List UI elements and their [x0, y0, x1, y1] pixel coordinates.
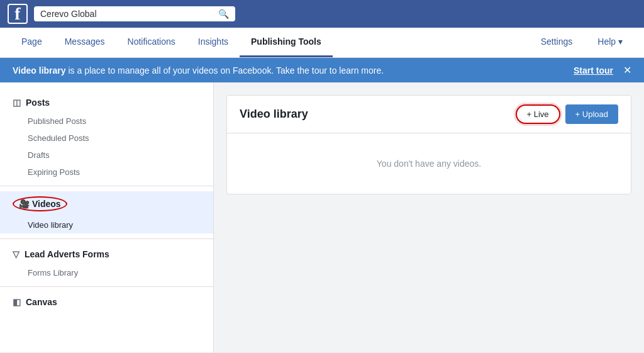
- start-tour-link[interactable]: Start tour: [574, 65, 613, 76]
- nav-messages[interactable]: Messages: [53, 28, 116, 57]
- sidebar: ◫ Posts Published Posts Scheduled Posts …: [0, 82, 214, 352]
- topbar: f 🔍: [0, 0, 644, 28]
- live-button[interactable]: + Live: [516, 104, 560, 124]
- navbar-right: Settings Help ▾: [530, 28, 634, 57]
- nav-settings[interactable]: Settings: [530, 36, 584, 48]
- sidebar-divider-2: [0, 238, 213, 239]
- sidebar-item-drafts[interactable]: Drafts: [0, 147, 213, 164]
- banner-text: Video library is a place to manage all o…: [13, 65, 384, 76]
- sidebar-section-videos-header[interactable]: 🎥 Videos: [0, 191, 213, 216]
- sidebar-section-posts: ◫ Posts Published Posts Scheduled Posts …: [0, 92, 213, 181]
- content-area: Video library + Live + Upload You don't …: [214, 82, 644, 352]
- sidebar-section-posts-header[interactable]: ◫ Posts: [0, 92, 213, 113]
- sidebar-item-scheduled-posts[interactable]: Scheduled Posts: [0, 130, 213, 147]
- posts-icon: ◫: [13, 98, 21, 108]
- sidebar-divider-1: [0, 186, 213, 186]
- nav-publishing-tools[interactable]: Publishing Tools: [240, 28, 333, 57]
- header-actions: + Live + Upload: [516, 104, 618, 124]
- videos-circle-highlight: 🎥 Videos: [13, 196, 67, 211]
- nav-insights[interactable]: Insights: [187, 28, 240, 57]
- info-banner: Video library is a place to manage all o…: [0, 58, 644, 82]
- upload-button[interactable]: + Upload: [565, 104, 618, 124]
- banner-body: is a place to manage all of your videos …: [66, 65, 384, 76]
- content-title: Video library: [240, 108, 308, 121]
- empty-state: You don't have any videos.: [227, 133, 631, 194]
- nav-help[interactable]: Help ▾: [586, 36, 634, 48]
- sidebar-section-canvas: ◧ Canvas: [0, 292, 213, 312]
- sidebar-lead-adverts-label: Lead Adverts Forms: [25, 249, 109, 259]
- nav-page[interactable]: Page: [10, 28, 53, 57]
- sidebar-item-video-library[interactable]: Video library: [0, 216, 213, 233]
- lead-adverts-icon: ▽: [13, 249, 19, 259]
- content-header: Video library + Live + Upload: [227, 96, 631, 133]
- navbar: Page Messages Notifications Insights Pub…: [0, 28, 644, 58]
- search-input[interactable]: [40, 9, 213, 19]
- banner-close-button[interactable]: ✕: [623, 64, 631, 76]
- sidebar-canvas-label: Canvas: [26, 297, 57, 307]
- sidebar-posts-label: Posts: [26, 98, 50, 108]
- sidebar-item-expiring-posts[interactable]: Expiring Posts: [0, 164, 213, 181]
- sidebar-videos-label: Videos: [32, 199, 61, 209]
- sidebar-section-lead-adverts: ▽ Lead Adverts Forms Forms Library: [0, 244, 213, 281]
- main-content: ◫ Posts Published Posts Scheduled Posts …: [0, 82, 644, 352]
- video-icon: 🎥: [19, 199, 30, 209]
- sidebar-section-lead-adverts-header[interactable]: ▽ Lead Adverts Forms: [0, 244, 213, 264]
- sidebar-divider-3: [0, 286, 213, 287]
- sidebar-section-videos: 🎥 Videos Video library: [0, 191, 213, 233]
- video-library-panel: Video library + Live + Upload You don't …: [226, 95, 631, 194]
- search-bar[interactable]: 🔍: [34, 6, 235, 21]
- nav-notifications[interactable]: Notifications: [116, 28, 187, 57]
- sidebar-item-published-posts[interactable]: Published Posts: [0, 113, 213, 130]
- sidebar-section-canvas-header[interactable]: ◧ Canvas: [0, 292, 213, 312]
- search-icon: 🔍: [218, 9, 229, 19]
- facebook-logo: f: [8, 4, 28, 24]
- banner-right: Start tour ✕: [574, 64, 631, 76]
- banner-bold: Video library: [13, 65, 66, 76]
- canvas-icon: ◧: [13, 297, 21, 307]
- sidebar-item-forms-library[interactable]: Forms Library: [0, 264, 213, 281]
